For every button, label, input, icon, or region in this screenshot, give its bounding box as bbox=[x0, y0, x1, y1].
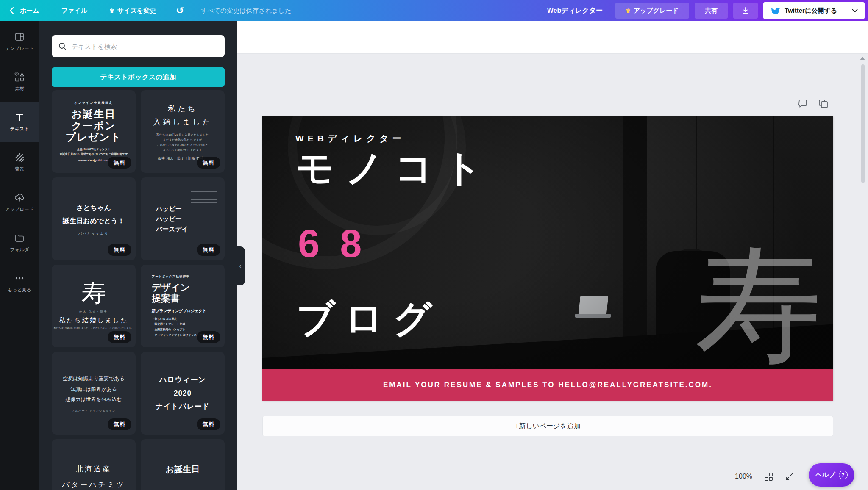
thumbnail-text-title: お誕生日 クーポン プレゼント bbox=[66, 108, 122, 143]
thumbnail-text-fine: 全品10%OFFのチャンス！ お誕生日月の1ヶ月間であればいつでもご利用可能です bbox=[59, 147, 128, 156]
upgrade-button[interactable]: ♛アップグレード bbox=[615, 3, 689, 19]
sidebar: テンプレート 素材 テキスト 背景 bbox=[0, 21, 39, 490]
template-icon bbox=[14, 31, 25, 42]
add-text-box-button[interactable]: テキストボックスの追加 bbox=[52, 67, 225, 87]
thumbnail-text-title: お誕生日 bbox=[166, 439, 200, 475]
free-badge: 無料 bbox=[197, 244, 220, 256]
folder-icon bbox=[14, 233, 25, 244]
free-badge: 無料 bbox=[197, 418, 220, 430]
thumbnail-text-title: 北海道産 バターハチミツ bbox=[62, 439, 125, 490]
thumbnail-text-sub: 新ブランディングプロジェクト bbox=[152, 308, 206, 314]
context-toolbar bbox=[237, 21, 868, 54]
resize-menu[interactable]: ♛サイズを変更 bbox=[109, 7, 156, 15]
thumbnail-text-sub: 私たち結婚しました bbox=[59, 316, 128, 324]
file-menu[interactable]: ファイル bbox=[61, 7, 87, 15]
publish-split-button: Twitterに公開する bbox=[763, 2, 865, 19]
zoom-level[interactable]: 100% bbox=[735, 473, 752, 480]
upload-icon bbox=[14, 192, 25, 203]
search-icon bbox=[58, 42, 67, 50]
thumbnail-text-by: アルバート アインシュタイン bbox=[72, 409, 115, 413]
background-icon bbox=[14, 152, 25, 163]
grid-view-icon[interactable] bbox=[763, 471, 773, 482]
template-thumbnail[interactable]: 私たち 入籍しました私たちは10月20日に入籍いたしました まだまだ未熟な私たち… bbox=[141, 90, 225, 173]
duplicate-icon[interactable] bbox=[818, 98, 829, 109]
thumbnail-text-names: 鈴木 弘介・陽子 bbox=[79, 310, 108, 314]
search-box[interactable] bbox=[52, 35, 225, 57]
scroll-up-arrow[interactable] bbox=[860, 57, 865, 60]
fullscreen-icon[interactable] bbox=[785, 471, 795, 482]
help-button[interactable]: ヘルプ ? bbox=[809, 463, 854, 487]
back-home-button[interactable]: ホーム bbox=[9, 7, 39, 15]
sidebar-item-background[interactable]: 背景 bbox=[0, 142, 39, 182]
elements-icon bbox=[14, 72, 25, 83]
download-button[interactable] bbox=[733, 3, 758, 19]
design-title-line1[interactable]: モノコト bbox=[296, 148, 493, 189]
save-status: すべての変更は保存されました bbox=[201, 7, 292, 15]
free-badge: 無料 bbox=[197, 157, 220, 169]
design-page[interactable]: WEBディレクター モノコト 68 ブログ 寿 EMAIL YOUR RESUM… bbox=[262, 116, 833, 401]
view-controls: 100% bbox=[735, 471, 795, 482]
thumbnail-text-title: 空想は知識より重要である 知識には限界がある 想像力は世界を包み込む bbox=[63, 374, 125, 405]
crown-icon: ♛ bbox=[109, 8, 114, 14]
design-kicker-text[interactable]: WEBディレクター bbox=[295, 133, 405, 144]
comment-icon[interactable] bbox=[798, 98, 809, 109]
search-input[interactable] bbox=[72, 43, 218, 50]
sidebar-item-uploads[interactable]: アップロード bbox=[0, 182, 39, 222]
template-thumbnail[interactable]: オンライン会員様限定お誕生日 クーポン プレゼント全品10%OFFのチャンス！ … bbox=[52, 90, 136, 173]
panel-collapse-button[interactable]: ‹ bbox=[236, 246, 245, 285]
template-thumbnail[interactable]: 北海道産 バターハチミツ bbox=[52, 439, 136, 490]
thumbnail-text-title: デザイン 提案書 bbox=[152, 282, 190, 305]
template-thumbnail[interactable]: 寿鈴木 弘介・陽子私たち結婚しました私たちは4月15日に結婚しました。これからも… bbox=[52, 265, 136, 347]
crown-icon: ♛ bbox=[626, 8, 631, 14]
sidebar-item-folder[interactable]: フォルダ bbox=[0, 222, 39, 263]
publish-twitter-button[interactable]: Twitterに公開する bbox=[763, 7, 845, 15]
sidebar-item-templates[interactable]: テンプレート bbox=[0, 21, 39, 61]
thumbnail-text-title: ハッピー ハッピー バースデイ bbox=[156, 204, 188, 234]
free-badge: 無料 bbox=[108, 331, 131, 343]
template-grid: オンライン会員様限定お誕生日 クーポン プレゼント全品10%OFFのチャンス！ … bbox=[52, 90, 225, 490]
vertical-scrollbar[interactable] bbox=[861, 64, 865, 183]
template-thumbnail[interactable]: ハッピー ハッピー バースデイ無料 bbox=[141, 177, 225, 260]
free-badge: 無料 bbox=[197, 331, 220, 343]
chevron-left-icon bbox=[9, 7, 14, 14]
template-thumbnail[interactable]: さとちゃん 誕生日おめでとう！パパとママより無料 bbox=[52, 177, 136, 260]
document-title[interactable]: Webディレクター bbox=[547, 6, 603, 15]
thumbnail-text-url: www.otanjyobi.com bbox=[78, 158, 110, 162]
template-thumbnail[interactable]: 空想は知識より重要である 知識には限界がある 想像力は世界を包み込むアルバート … bbox=[52, 352, 136, 435]
thumbnail-text-title: さとちゃん 誕生日おめでとう！ bbox=[63, 202, 125, 227]
template-thumbnail[interactable]: ハロウィーン 2020 ナイトパレード無料 bbox=[141, 352, 225, 435]
thumbnail-text-big: 寿 bbox=[81, 281, 106, 305]
add-page-button[interactable]: +新しいページを追加 bbox=[262, 416, 833, 436]
design-title-line3[interactable]: ブログ bbox=[296, 298, 441, 340]
top-bar: ホーム ファイル ♛サイズを変更 ↺ すべての変更は保存されました Webディレ… bbox=[0, 0, 868, 21]
thumbnail-text-fine: 私たちは4月15日に結婚しました。これからもよろしくお願いいたします。 bbox=[54, 327, 134, 329]
thumbnail-text-bars bbox=[191, 191, 217, 206]
thumbnail-text-fine: 私たちは10月20日に入籍いたしました まだまだ未熟な私たちですが これからも変… bbox=[156, 132, 209, 152]
more-icon bbox=[14, 273, 25, 284]
undo-button[interactable]: ↺ bbox=[176, 6, 184, 16]
design-title-line2[interactable]: 68 bbox=[298, 222, 382, 265]
sidebar-item-text[interactable]: テキスト bbox=[0, 102, 39, 142]
thumbnail-text-kicker: オンライン会員様限定 bbox=[75, 101, 113, 105]
thumbnail-text-by: パパとママより bbox=[78, 231, 108, 236]
canvas-area: WEBディレクター モノコト 68 ブログ 寿 EMAIL YOUR RESUM… bbox=[237, 21, 868, 490]
share-button[interactable]: 共有 bbox=[695, 3, 728, 19]
free-badge: 無料 bbox=[108, 418, 131, 430]
twitter-icon bbox=[771, 7, 780, 14]
sidebar-item-elements[interactable]: 素材 bbox=[0, 61, 39, 102]
sidebar-item-more[interactable]: もっと見る bbox=[0, 263, 39, 303]
question-mark-icon: ? bbox=[839, 471, 848, 479]
publish-label: Twitterに公開する bbox=[785, 7, 837, 15]
design-watermark[interactable]: 寿 bbox=[695, 242, 822, 369]
app-window: ホーム ファイル ♛サイズを変更 ↺ すべての変更は保存されました Webディレ… bbox=[0, 0, 868, 490]
thumbnail-text-title: ハロウィーン 2020 ナイトパレード bbox=[156, 373, 210, 413]
help-label: ヘルプ bbox=[815, 471, 835, 479]
template-thumbnail[interactable]: お誕生日 bbox=[141, 439, 225, 490]
home-button-label: ホーム bbox=[20, 7, 39, 15]
template-thumbnail[interactable]: アートボックス社様御中デザイン 提案書新ブランディングプロジェクト・新しいロゴの… bbox=[141, 265, 225, 347]
text-icon bbox=[14, 112, 25, 123]
thumbnail-text-kicker: アートボックス社様御中 bbox=[152, 274, 189, 279]
free-badge: 無料 bbox=[108, 157, 131, 169]
chevron-down-icon bbox=[852, 9, 858, 13]
publish-options-button[interactable] bbox=[845, 9, 865, 13]
